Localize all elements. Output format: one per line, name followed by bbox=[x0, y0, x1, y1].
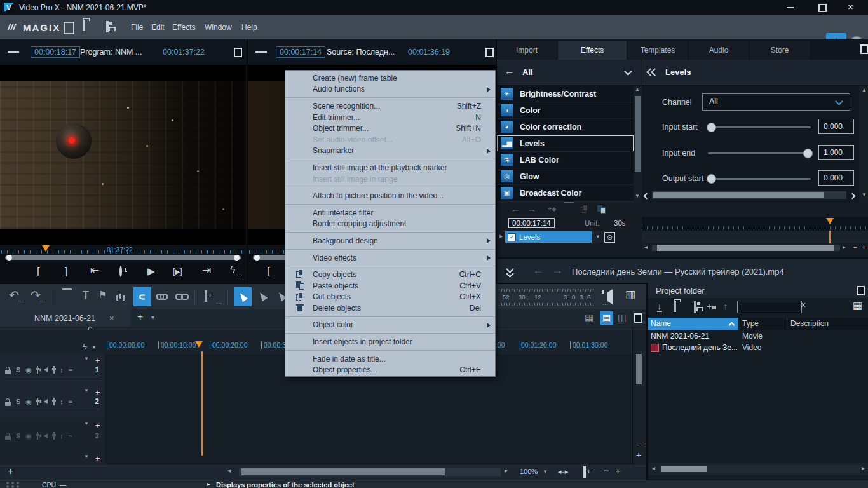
menu-item-object-properties[interactable]: Object properties...Ctrl+E bbox=[285, 364, 495, 376]
track3-dropdown-icon[interactable] bbox=[84, 421, 89, 430]
track-height-minus-icon[interactable] bbox=[636, 439, 641, 448]
menu-window[interactable]: Window bbox=[205, 23, 232, 32]
track-dropdown-button[interactable] bbox=[593, 231, 602, 243]
channel-dropdown[interactable]: All bbox=[702, 93, 850, 111]
fit-width-button[interactable] bbox=[558, 468, 568, 475]
track-height-plus-icon[interactable] bbox=[636, 451, 641, 459]
effect-item-color[interactable]: ◑Color bbox=[497, 102, 634, 118]
track3-solo-icon[interactable] bbox=[16, 433, 20, 440]
media-next-icon[interactable] bbox=[552, 264, 563, 276]
effects-list-scrollbar[interactable] bbox=[634, 86, 642, 203]
effect-item-brightness[interactable]: ☀Brightness/Contrast bbox=[497, 86, 634, 102]
program-playhead-icon[interactable] bbox=[42, 245, 50, 252]
new-project-icon[interactable] bbox=[64, 22, 74, 34]
timeline-scroll-left-icon[interactable] bbox=[227, 467, 231, 474]
add-tab-button[interactable] bbox=[137, 312, 143, 322]
menu-help[interactable]: Help bbox=[241, 23, 257, 32]
levels-hscrollbar[interactable] bbox=[652, 191, 846, 199]
playback-options-button[interactable] bbox=[119, 266, 122, 277]
menu-item-border-cropping[interactable]: Border cropping adjustment bbox=[285, 219, 495, 230]
timeline-playhead-icon[interactable] bbox=[195, 341, 203, 348]
search-input[interactable] bbox=[737, 301, 802, 313]
track2-visibility-icon[interactable] bbox=[25, 398, 32, 405]
effect-item-levels[interactable]: ▂▆Levels bbox=[497, 135, 634, 151]
media-prev-icon[interactable] bbox=[532, 264, 544, 276]
project-row-video[interactable]: Последний день Зе... Video bbox=[648, 342, 868, 354]
import-file-icon[interactable] bbox=[657, 301, 662, 312]
track3-pan-icon[interactable] bbox=[53, 432, 55, 440]
track2-volume-icon[interactable] bbox=[60, 398, 64, 405]
levels-scroll-left-icon[interactable] bbox=[644, 193, 650, 200]
output-start-knob[interactable] bbox=[707, 174, 716, 184]
levels-hscroll-thumb[interactable] bbox=[653, 192, 824, 198]
track2-dropdown-icon[interactable] bbox=[84, 388, 89, 396]
menu-item-audio-functions[interactable]: Audio functions bbox=[285, 84, 495, 95]
source-set-in-button[interactable] bbox=[267, 266, 270, 276]
levels-vscroll-down-icon[interactable] bbox=[862, 193, 867, 198]
output-start-slider[interactable] bbox=[708, 178, 811, 180]
timeline-vscroll-thumb[interactable] bbox=[636, 354, 642, 384]
snap-toggle-active[interactable] bbox=[133, 287, 151, 306]
menu-item-copy-objects[interactable]: Copy objectsCtrl+C bbox=[285, 269, 495, 280]
kf-scroll-left-icon[interactable] bbox=[644, 244, 648, 250]
insert-mode-button[interactable] bbox=[205, 290, 207, 302]
add-keyframe-icon[interactable] bbox=[548, 205, 556, 212]
scroll-up-icon[interactable] bbox=[635, 87, 640, 92]
tab-audio[interactable]: Audio bbox=[689, 41, 749, 60]
title-editor-button[interactable] bbox=[83, 290, 89, 301]
open-folder-icon[interactable] bbox=[674, 301, 676, 312]
export-snapshot-button[interactable] bbox=[230, 265, 235, 275]
scroll-down-icon[interactable] bbox=[635, 194, 640, 199]
tab-templates[interactable]: Templates bbox=[628, 41, 688, 60]
column-description[interactable]: Description bbox=[788, 318, 868, 330]
menu-file[interactable]: File bbox=[131, 23, 143, 32]
keyframe-ruler[interactable] bbox=[642, 217, 868, 231]
timeline-tab[interactable]: NNM 2021-06-21 bbox=[0, 309, 130, 327]
track2-lock-icon[interactable] bbox=[5, 402, 11, 406]
pf-hscroll-thumb[interactable] bbox=[661, 466, 707, 472]
zoom-to-object-button[interactable] bbox=[583, 466, 586, 478]
track-target-button[interactable] bbox=[604, 232, 615, 243]
tab-import[interactable]: Import bbox=[497, 41, 557, 60]
effect-item-lab-color[interactable]: ⚗LAB Color bbox=[497, 152, 634, 168]
add-track-button[interactable] bbox=[8, 466, 13, 477]
effect-item-color-correction[interactable]: ◕Color correction bbox=[497, 119, 634, 135]
paste-keyframe-icon[interactable] bbox=[597, 205, 606, 214]
track1-fader-icon[interactable] bbox=[37, 366, 38, 374]
view-mode-icon[interactable] bbox=[853, 301, 862, 311]
program-scrub-bar[interactable] bbox=[5, 255, 241, 260]
pf-scroll-right-icon[interactable] bbox=[862, 465, 865, 471]
kf-hscroll-thumb[interactable] bbox=[657, 245, 834, 251]
track3-visibility-icon[interactable] bbox=[25, 433, 32, 440]
track1-dropdown-icon[interactable] bbox=[84, 356, 89, 365]
timeline-mode-active[interactable] bbox=[600, 311, 613, 325]
menu-item-cut-objects[interactable]: Cut objectsCtrl+X bbox=[285, 292, 495, 303]
menu-item-delete-objects[interactable]: Delete objectsDel bbox=[285, 302, 495, 314]
track2-fader-icon[interactable] bbox=[37, 398, 38, 405]
input-end-knob[interactable] bbox=[803, 149, 813, 158]
pf-scroll-left-icon[interactable] bbox=[652, 465, 655, 471]
menu-item-anti-interlace[interactable]: Anti interlace filter bbox=[285, 207, 495, 219]
effect-item-glow[interactable]: ◎Glow bbox=[497, 168, 634, 184]
timeline-zoom-level[interactable]: 100% bbox=[520, 468, 538, 475]
tab-store[interactable]: Store bbox=[750, 41, 810, 60]
track1-curves-icon[interactable] bbox=[68, 367, 72, 374]
track1-volume-icon[interactable] bbox=[60, 367, 64, 374]
source-popout-icon[interactable] bbox=[485, 48, 494, 57]
panel-popout-icon[interactable] bbox=[860, 44, 868, 54]
up-level-icon[interactable] bbox=[723, 301, 728, 311]
timeline-playhead-line[interactable] bbox=[201, 351, 203, 456]
levels-vscrollbar[interactable] bbox=[860, 86, 868, 203]
menu-item-object-trimmer[interactable]: Object trimmer...Shift+N bbox=[285, 123, 495, 134]
project-row-movie[interactable]: NNM 2021-06-21 Movie bbox=[648, 331, 868, 342]
marker-button[interactable] bbox=[98, 290, 107, 299]
zoom-out-button[interactable] bbox=[604, 466, 609, 475]
restore-button[interactable] bbox=[818, 4, 827, 12]
play-button[interactable] bbox=[147, 266, 155, 276]
copy-keyframe-icon[interactable] bbox=[581, 205, 589, 214]
new-collection-icon[interactable] bbox=[707, 301, 716, 311]
menu-edit[interactable]: Edit bbox=[151, 23, 165, 32]
track1-visibility-icon[interactable] bbox=[25, 367, 32, 374]
prev-keyframe-icon[interactable] bbox=[511, 205, 520, 214]
next-keyframe-icon[interactable] bbox=[527, 205, 536, 214]
